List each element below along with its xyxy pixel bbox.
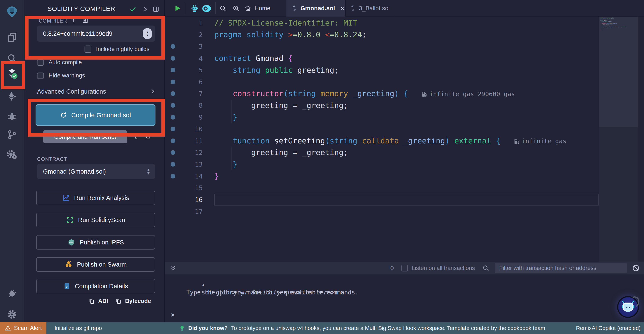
contract-value: Gmonad (Gmonad.sol) <box>37 168 146 175</box>
zoom-out-icon[interactable] <box>219 5 227 12</box>
advanced-chevron-icon[interactable] <box>149 88 156 95</box>
run-script-play-icon[interactable] <box>174 5 181 12</box>
plug-icon[interactable] <box>6 289 18 300</box>
compiled-check-icon <box>129 5 136 13</box>
code-lines[interactable]: // SPDX-License-Identifier: MITpragma so… <box>214 17 599 217</box>
terminal-search-icon[interactable] <box>482 265 490 272</box>
git-init-button[interactable]: Initialize as git repo <box>54 325 102 332</box>
transaction-filter-input[interactable] <box>495 263 627 273</box>
run-solidityscan-label: Run SolidityScan <box>78 217 125 224</box>
deploy-run-icon[interactable] <box>6 91 18 102</box>
home-tab[interactable]: Home <box>244 0 270 16</box>
scam-alert-badge[interactable]: Scam Alert <box>0 322 46 334</box>
minimap-code: // SPDX-License-Identifier: MITpragma so… <box>600 17 638 33</box>
clear-terminal-icon[interactable] <box>632 264 640 272</box>
solidity-compiler-icon[interactable] <box>5 66 19 80</box>
nightly-builds-checkbox[interactable] <box>84 45 91 53</box>
compiler-badge-icon[interactable] <box>82 16 89 23</box>
compile-button[interactable]: Compile Gmonad.sol <box>36 104 156 126</box>
compile-run-label: Compile and Run script <box>54 133 116 140</box>
run-solidityscan-button[interactable]: Run SolidityScan <box>36 213 155 227</box>
close-tab-icon[interactable] <box>340 5 345 11</box>
add-compiler-icon[interactable] <box>70 16 77 23</box>
contract-select[interactable]: Gmonad (Gmonad.sol) ▲▼ <box>37 164 155 179</box>
tab-ballot[interactable]: 3_Ballot.sol <box>346 0 395 16</box>
terminal-hint: Type the library name to see available c… <box>186 289 359 296</box>
code-editor[interactable]: 1234567891011121314151617 // SPDX-Licens… <box>165 16 644 262</box>
compiler-section-label: COMPILER <box>39 18 67 24</box>
copy-script-icon[interactable] <box>144 132 151 139</box>
publish-swarm-button[interactable]: Publish on Swarm <box>36 257 155 272</box>
scam-alert-label: Scam Alert <box>14 325 42 332</box>
run-remix-analysis-label: Run Remix Analysis <box>74 194 129 201</box>
search-icon[interactable] <box>6 53 18 64</box>
nightly-builds-row: Include nightly builds <box>84 45 150 53</box>
editor-scrollbar[interactable] <box>638 16 644 262</box>
publish-ipfs-button[interactable]: IPFS Publish on IPFS <box>36 235 155 250</box>
icon-rail <box>0 0 24 322</box>
auto-compile-checkbox[interactable] <box>37 59 44 66</box>
editor-toolbar: Home Gmonad.sol 3_Ballot.sol <box>165 0 644 16</box>
compiler-version-select[interactable]: 0.8.24+commit.e11b9ed9 ▴▾ <box>37 25 155 42</box>
minimap-slider[interactable] <box>599 16 638 127</box>
auto-compile-label: Auto compile <box>48 59 82 66</box>
svg-text:IPFS: IPFS <box>69 242 74 244</box>
publish-swarm-label: Publish on Swarm <box>77 261 127 268</box>
tab-label: Gmonad.sol <box>300 5 335 12</box>
copy-abi-icon[interactable] <box>88 298 95 305</box>
terminal-bullet: • <box>202 282 205 289</box>
solidity-file-icon <box>350 5 356 11</box>
hide-warnings-checkbox[interactable] <box>37 72 44 79</box>
settings-gear-icon[interactable] <box>6 309 18 320</box>
main-area: Home Gmonad.sol 3_Ballot.sol 12345678910… <box>165 0 644 322</box>
auto-compile-row: Auto compile <box>37 59 82 66</box>
did-you-know-tip: Did you know? To prototype on a uniswap … <box>179 325 547 332</box>
debugger-icon[interactable] <box>6 111 17 122</box>
compile-button-label: Compile Gmonad.sol <box>71 111 131 119</box>
info-icon[interactable]: i <box>135 132 137 140</box>
compilation-details-label: Compilation Details <box>75 283 128 290</box>
git-icon[interactable] <box>6 129 17 140</box>
tip-text: To prototype on a uniswap v4 hooks, you … <box>231 325 547 332</box>
expand-terminal-icon[interactable] <box>170 265 176 272</box>
copy-bytecode-icon[interactable] <box>115 298 122 305</box>
advanced-config-label: Advanced Configurations <box>37 88 106 95</box>
solidity-file-icon <box>292 5 297 11</box>
solidity-compiler-panel: SOLIDITY COMPILER COMPILER 0.8.24+commit… <box>24 0 164 322</box>
compile-run-button[interactable]: Compile and Run script <box>43 130 127 143</box>
listen-checkbox[interactable] <box>402 265 408 272</box>
pin-panel-icon[interactable] <box>152 5 160 13</box>
ai-robot-icon[interactable] <box>190 4 199 13</box>
bytecode-label[interactable]: Bytecode <box>125 298 151 305</box>
contract-section-label: CONTRACT <box>37 156 67 162</box>
advanced-config-toggle[interactable]: Advanced Configurations <box>37 88 106 95</box>
run-remix-analysis-button[interactable]: Run Remix Analysis <box>36 191 155 205</box>
abi-label[interactable]: ABI <box>98 298 108 305</box>
analysis-chart-icon <box>62 194 70 202</box>
warning-icon <box>5 325 11 331</box>
panel-chevron-icon[interactable] <box>142 5 148 13</box>
swarm-icon <box>64 260 72 269</box>
terminal-bar: 0 Listen on all transactions <box>165 262 644 275</box>
contract-updown-icon: ▲▼ <box>146 168 150 175</box>
zoom-in-icon[interactable] <box>232 5 240 12</box>
home-icon <box>244 5 252 12</box>
compilation-details-button[interactable]: Compilation Details <box>36 279 155 293</box>
copilot-toggle-icon[interactable] <box>202 4 212 13</box>
minimap[interactable]: // SPDX-License-Identifier: MITpragma so… <box>599 16 638 262</box>
remixai-copilot-button[interactable] <box>617 296 639 318</box>
gutter[interactable]: 1234567891011121314151617 <box>165 17 214 217</box>
panel-title: SOLIDITY COMPILER <box>48 5 115 12</box>
remix-logo-icon[interactable] <box>5 5 18 19</box>
publish-ipfs-label: Publish on IPFS <box>80 239 124 246</box>
file-explorer-icon[interactable] <box>6 32 18 43</box>
tab-gmonad[interactable]: Gmonad.sol <box>286 0 346 16</box>
terminal[interactable]: • sol-gpt <your Solidity question here> … <box>165 275 644 322</box>
hide-warnings-label: Hide warnings <box>48 72 85 79</box>
plugin-manager-icon[interactable] <box>6 149 18 160</box>
indent-guide <box>231 147 232 170</box>
nightly-builds-label: Include nightly builds <box>96 46 150 52</box>
copilot-status[interactable]: RemixAI Copilot (enabled) <box>576 325 640 332</box>
terminal-prompt[interactable]: > <box>170 311 174 319</box>
details-doc-icon <box>63 283 70 290</box>
